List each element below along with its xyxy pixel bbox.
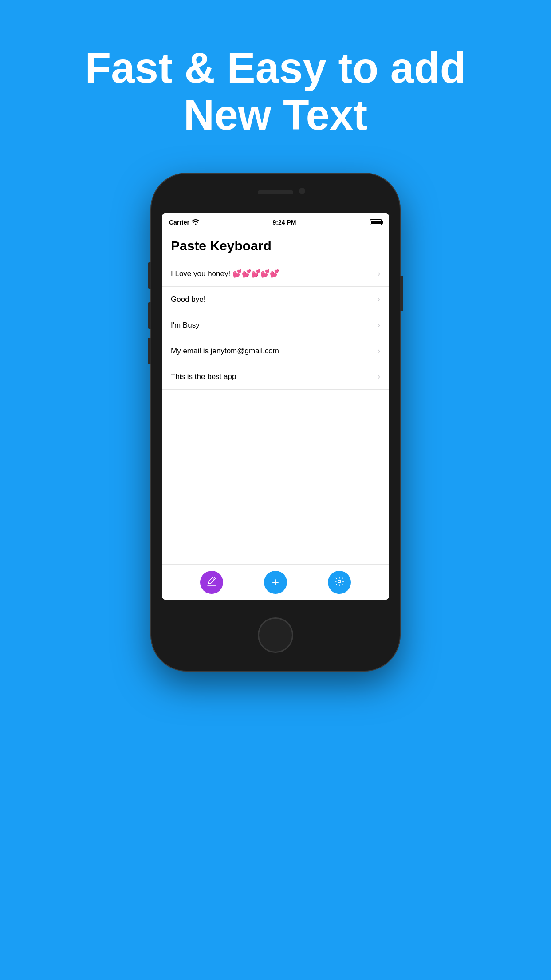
chevron-icon-1: › [378,295,380,304]
phone-wrapper: Carrier 9:24 PM [151,174,400,671]
battery-icon [370,219,382,225]
volume-down [148,338,151,364]
status-bar: Carrier 9:24 PM [162,213,389,229]
list-item-2[interactable]: I'm Busy › [162,312,389,338]
phone-outer: Carrier 9:24 PM [151,174,400,671]
list-item-text-4: This is the best app [171,372,236,381]
speaker [258,190,293,194]
headline: Fast & Easy to add New Text [59,44,493,138]
app-title: Paste Keyboard [162,229,389,261]
list-item-text-2: I'm Busy [171,321,200,330]
list-item-0[interactable]: I Love you honey! 💕💕💕💕💕 › [162,261,389,287]
carrier-text: Carrier [169,219,189,226]
svg-point-0 [338,580,341,583]
gear-icon [335,577,344,588]
add-button[interactable]: + [264,571,287,594]
list-item-text-3: My email is jenytom@gmail.com [171,347,279,356]
volume-up [148,302,151,329]
list-item-text-1: Good bye! [171,295,205,304]
chevron-icon-3: › [378,346,380,356]
list-item-text-0: I Love you honey! 💕💕💕💕💕 [171,269,279,278]
chevron-icon-2: › [378,320,380,330]
headline-line2: New Text [184,91,367,138]
edit-button[interactable] [200,571,223,594]
front-camera [299,188,305,194]
plus-icon: + [272,576,279,589]
edit-icon [207,577,216,588]
battery-fill [371,221,381,224]
toolbar: + [162,564,389,600]
wifi-icon [192,219,199,226]
status-right [370,219,382,225]
phone-screen: Carrier 9:24 PM [162,213,389,600]
list-item-3[interactable]: My email is jenytom@gmail.com › [162,338,389,364]
headline-line1: Fast & Easy to add [85,44,466,91]
status-left: Carrier [169,219,199,226]
app-content: Paste Keyboard I Love you honey! 💕💕💕💕💕 ›… [162,229,389,564]
chevron-icon-0: › [378,269,380,278]
chevron-icon-4: › [378,372,380,381]
settings-button[interactable] [328,571,351,594]
list-item-4[interactable]: This is the best app › [162,364,389,390]
list-item-1[interactable]: Good bye! › [162,287,389,312]
home-button[interactable] [258,617,293,653]
status-time: 9:24 PM [273,219,296,226]
